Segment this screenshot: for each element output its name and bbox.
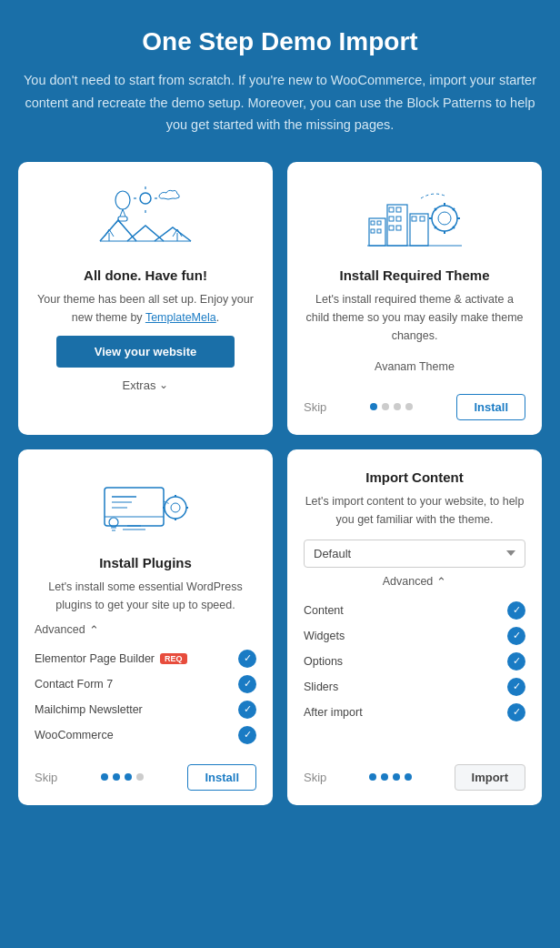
dot-4 xyxy=(405,403,413,410)
import-advanced-label: Advanced xyxy=(383,575,434,588)
svg-line-7 xyxy=(123,209,125,217)
plugin-2-name: Contact Form 7 xyxy=(35,678,113,691)
svg-rect-16 xyxy=(377,229,381,233)
svg-point-5 xyxy=(115,191,130,209)
cards-grid: All done. Have fun! Your theme has been … xyxy=(18,162,542,805)
svg-rect-25 xyxy=(412,217,416,221)
plugin-row-2: Contact Form 7 ✓ xyxy=(35,671,256,697)
import-dot-4 xyxy=(405,773,412,781)
view-website-button[interactable]: View your website xyxy=(56,336,234,368)
content-check-3: ✓ xyxy=(507,652,525,671)
plugins-card-desc: Let's install some essential WordPress p… xyxy=(35,578,256,614)
content-row-2: Widgets ✓ xyxy=(304,623,525,649)
content-check-5: ✓ xyxy=(507,703,525,721)
theme-install-button[interactable]: Install xyxy=(456,394,525,420)
svg-rect-15 xyxy=(371,229,375,233)
content-item-2: Widgets xyxy=(304,630,345,642)
templatemela-link[interactable]: TemplateMela xyxy=(145,311,216,324)
content-check-4: ✓ xyxy=(507,678,525,696)
svg-rect-19 xyxy=(396,207,401,212)
dot-1 xyxy=(370,403,377,410)
import-dot-1 xyxy=(369,773,376,781)
page-title: One Step Demo Import xyxy=(18,27,542,56)
done-card-title: All done. Have fun! xyxy=(84,267,207,283)
import-card-footer: Skip Import xyxy=(304,755,525,791)
page-header: One Step Demo Import You don't need to s… xyxy=(18,27,542,136)
content-row-4: Sliders ✓ xyxy=(304,674,525,700)
plugin-1-check-icon: ✓ xyxy=(238,650,256,668)
svg-rect-38 xyxy=(105,488,164,526)
theme-name: Avanam Theme xyxy=(375,358,455,376)
theme-progress-dots xyxy=(370,403,413,410)
svg-rect-8 xyxy=(118,217,127,221)
svg-rect-20 xyxy=(389,217,394,221)
svg-rect-22 xyxy=(389,226,394,230)
svg-line-35 xyxy=(435,227,436,228)
content-item-1: Content xyxy=(304,604,344,617)
plugin-3-check-icon: ✓ xyxy=(238,701,256,719)
import-card-desc: Let's import content to your website, to… xyxy=(304,492,525,529)
import-advanced-toggle[interactable]: Advanced ⌃ xyxy=(383,575,447,589)
plugins-skip-button[interactable]: Skip xyxy=(35,771,57,784)
svg-rect-26 xyxy=(420,217,425,221)
plugin-row-1: Elementor Page Builder REQ ✓ xyxy=(35,646,256,671)
page-subtitle: You don't need to start from scratch. If… xyxy=(18,69,542,136)
card-import: Import Content Let's import content to y… xyxy=(287,449,542,805)
plugins-progress-dots xyxy=(101,773,144,781)
svg-rect-21 xyxy=(396,217,401,221)
content-item-5: After import xyxy=(304,706,363,719)
content-item-3: Options xyxy=(304,655,343,668)
done-card-desc: Your theme has been all set up. Enjoy yo… xyxy=(35,290,256,327)
content-check-1: ✓ xyxy=(507,601,525,620)
plugins-dot-2 xyxy=(113,773,120,781)
svg-rect-14 xyxy=(377,221,381,225)
card-done: All done. Have fun! Your theme has been … xyxy=(18,162,273,435)
svg-point-45 xyxy=(165,497,186,519)
plugin-4-name: WooCommerce xyxy=(35,729,114,741)
theme-card-footer: Skip Install xyxy=(304,385,525,420)
plugins-card-title: Install Plugins xyxy=(99,555,192,570)
import-content-list: Content ✓ Widgets ✓ Options ✓ Sliders ✓ … xyxy=(304,598,525,725)
card-theme: Install Required Theme Let's install req… xyxy=(287,162,542,435)
plugin-1-name: Elementor Page Builder xyxy=(35,652,155,665)
theme-card-desc: Let's install required theme & activate … xyxy=(304,290,525,345)
svg-rect-24 xyxy=(410,214,428,246)
plugins-advanced-toggle[interactable]: Advanced ⌃ xyxy=(35,623,99,637)
plugin-1-req-badge: REQ xyxy=(160,653,187,664)
svg-point-28 xyxy=(438,212,451,225)
svg-rect-23 xyxy=(396,226,401,230)
plugins-dot-3 xyxy=(125,773,132,781)
extras-label: Extras xyxy=(123,378,156,392)
svg-line-36 xyxy=(453,208,455,210)
content-row-5: After import ✓ xyxy=(304,700,525,725)
extras-chevron-icon: ⌄ xyxy=(159,378,168,391)
svg-line-6 xyxy=(120,209,123,217)
plugin-4-check-icon: ✓ xyxy=(238,726,256,744)
content-row-3: Options ✓ xyxy=(304,649,525,674)
plugin-3-name: Mailchimp Newsletter xyxy=(35,703,143,716)
dot-2 xyxy=(382,403,389,410)
extras-toggle[interactable]: Extras ⌄ xyxy=(123,378,169,392)
plugin-row-1-left: Elementor Page Builder REQ xyxy=(35,652,187,665)
import-skip-button[interactable]: Skip xyxy=(304,771,326,784)
content-row-1: Content ✓ xyxy=(304,598,525,623)
import-dot-2 xyxy=(381,773,388,781)
plugin-2-check-icon: ✓ xyxy=(238,675,256,693)
import-card-title: Import Content xyxy=(365,469,463,485)
content-item-4: Sliders xyxy=(304,681,338,693)
plugins-dot-1 xyxy=(101,773,108,781)
plugins-advanced-label: Advanced xyxy=(35,623,85,636)
svg-point-0 xyxy=(140,193,151,204)
import-default-select[interactable]: Default xyxy=(304,540,525,568)
import-button[interactable]: Import xyxy=(455,764,525,791)
theme-skip-button[interactable]: Skip xyxy=(304,400,326,414)
dot-3 xyxy=(394,403,401,410)
import-dot-3 xyxy=(393,773,400,781)
plugins-install-button[interactable]: Install xyxy=(187,764,256,791)
card-plugins: Install Plugins Let's install some essen… xyxy=(18,449,273,805)
svg-line-33 xyxy=(435,208,436,210)
content-check-2: ✓ xyxy=(507,627,525,645)
done-illustration xyxy=(35,182,256,255)
import-progress-dots xyxy=(369,773,412,781)
svg-rect-13 xyxy=(371,221,375,225)
